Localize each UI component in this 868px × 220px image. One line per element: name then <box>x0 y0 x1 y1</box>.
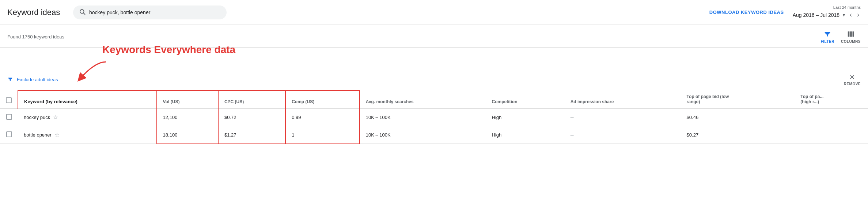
search-icon <box>79 8 86 16</box>
filter-small-icon <box>7 76 13 83</box>
row1-keyword: hockey puck ☆ <box>18 108 157 126</box>
row2-top-high <box>795 126 868 144</box>
svg-rect-3 <box>850 31 852 37</box>
select-all-checkbox[interactable] <box>0 90 18 108</box>
exclude-adult-link[interactable]: Exclude adult ideas <box>17 77 58 82</box>
svg-rect-4 <box>853 31 854 37</box>
col-keyword: Keyword (by relevance) <box>18 90 157 108</box>
star-icon[interactable]: ☆ <box>53 114 58 121</box>
date-value-row: Aug 2016 – Jul 2018 ▼ ‹ › <box>793 10 861 19</box>
page-title: Keyword ideas <box>7 8 66 17</box>
row1-competition: High <box>486 108 565 126</box>
row1-top-high <box>795 108 868 126</box>
found-text: Found 1750 keyword ideas <box>7 34 64 40</box>
row2-checkbox[interactable] <box>0 126 18 144</box>
dropdown-arrow-icon[interactable]: ▼ <box>842 12 846 18</box>
col-competition: Competition <box>486 90 565 108</box>
col-top-low: Top of page bid (low range) <box>681 90 795 108</box>
download-button[interactable]: DOWNLOAD KEYWORD IDEAS <box>709 10 784 15</box>
row2-comp: 1 <box>285 126 360 144</box>
row1-ad-impression: – <box>565 108 681 126</box>
svg-line-1 <box>84 13 85 14</box>
keyword-table: Keyword (by relevance) Vol (US) CPC (US)… <box>0 90 868 144</box>
row2-cpc: $1.27 <box>218 126 285 144</box>
checkbox-icon <box>6 131 12 137</box>
col-vol: Vol (US) <box>157 90 218 108</box>
row1-checkbox[interactable] <box>0 108 18 126</box>
row2-avg: 10K – 100K <box>360 126 486 144</box>
date-range-label: Last 24 months <box>833 5 861 10</box>
sub-header: Found 1750 keyword ideas FILTER COLUMNS <box>0 25 868 48</box>
date-range-section: Last 24 months Aug 2016 – Jul 2018 ▼ ‹ › <box>793 5 861 19</box>
col-cpc: CPC (US) <box>218 90 285 108</box>
row1-top-low: $0.46 <box>681 108 795 126</box>
search-input-value: hockey puck, bottle opener <box>89 10 150 15</box>
svg-rect-2 <box>848 31 850 37</box>
row2-top-low: $0.27 <box>681 126 795 144</box>
header-right: DOWNLOAD KEYWORD IDEAS Last 24 months Au… <box>709 5 861 19</box>
star-icon[interactable]: ☆ <box>54 131 60 138</box>
row2-competition: High <box>486 126 565 144</box>
table-container: Keyword (by relevance) Vol (US) CPC (US)… <box>0 90 868 144</box>
checkbox-icon <box>6 114 12 120</box>
checkbox-icon <box>6 97 12 103</box>
table-header-row: Keyword (by relevance) Vol (US) CPC (US)… <box>0 90 868 108</box>
next-date-button[interactable]: › <box>856 10 861 19</box>
remove-label: REMOVE <box>844 82 861 86</box>
row2-ad-impression: – <box>565 126 681 144</box>
table-row: bottle opener ☆ 18,100 $1.27 1 10K – 100… <box>0 126 868 144</box>
col-comp: Comp (US) <box>285 90 360 108</box>
filter-button[interactable]: FILTER <box>821 30 834 44</box>
search-bar[interactable]: hockey puck, bottle opener <box>73 5 227 19</box>
remove-button[interactable]: ✕ REMOVE <box>844 73 861 86</box>
col-top-high: Top of pa... (high r...) <box>795 90 868 108</box>
row2-vol: 18,100 <box>157 126 218 144</box>
columns-button[interactable]: COLUMNS <box>841 30 861 44</box>
svg-point-0 <box>80 10 84 14</box>
col-ad-impression: Ad impression share <box>565 90 681 108</box>
row1-vol: 12,100 <box>157 108 218 126</box>
row1-comp: 0.99 <box>285 108 360 126</box>
filter-label: FILTER <box>821 40 834 44</box>
prev-date-button[interactable]: ‹ <box>848 10 853 19</box>
row1-avg: 10K – 100K <box>360 108 486 126</box>
col-avg: Avg. monthly searches <box>360 90 486 108</box>
columns-label: COLUMNS <box>841 40 861 44</box>
table-row: hockey puck ☆ 12,100 $0.72 0.99 10K – 10… <box>0 108 868 126</box>
header: Keyword ideas hockey puck, bottle opener… <box>0 0 868 25</box>
row2-keyword: bottle opener ☆ <box>18 126 157 144</box>
exclude-adult-row: Exclude adult ideas ✕ REMOVE <box>0 70 868 90</box>
sub-header-actions: FILTER COLUMNS <box>821 30 861 44</box>
close-icon: ✕ <box>849 73 855 81</box>
date-value: Aug 2016 – Jul 2018 <box>793 12 839 18</box>
annotation-area: Keywords Everywhere data <box>0 48 868 70</box>
row1-cpc: $0.72 <box>218 108 285 126</box>
